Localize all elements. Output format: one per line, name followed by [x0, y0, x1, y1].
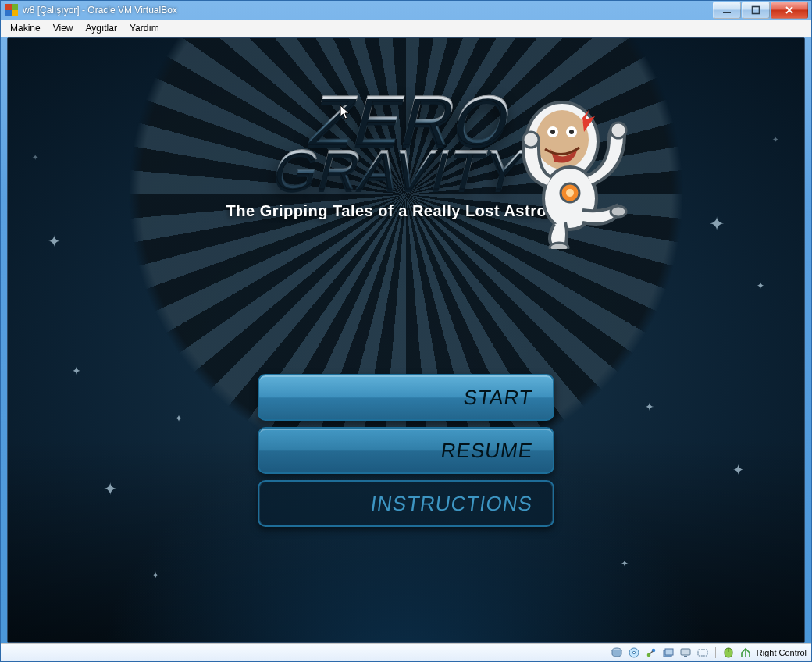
- close-button[interactable]: [771, 2, 808, 19]
- maximize-button[interactable]: [742, 2, 770, 19]
- optical-disk-icon[interactable]: [628, 646, 640, 659]
- display-icon[interactable]: [679, 646, 692, 659]
- hard-disk-icon[interactable]: [611, 646, 623, 659]
- svg-rect-25: [665, 649, 673, 655]
- titlebar[interactable]: w8 [Çalışıyor] - Oracle VM VirtualBox: [1, 1, 811, 20]
- minimize-button[interactable]: [713, 2, 741, 19]
- svg-rect-26: [681, 649, 690, 655]
- svg-rect-1: [12, 4, 18, 10]
- resume-label: RESUME: [440, 439, 535, 463]
- menu-yardim[interactable]: Yardım: [123, 20, 166, 37]
- virtualbox-icon: [5, 4, 18, 16]
- window-controls: [712, 2, 808, 19]
- svg-rect-0: [5, 4, 12, 10]
- start-label: START: [462, 386, 534, 410]
- statusbar: Right Control: [1, 643, 811, 661]
- network-icon[interactable]: [645, 646, 657, 659]
- svg-rect-28: [698, 650, 707, 656]
- host-key-label: Right Control: [757, 648, 807, 657]
- svg-rect-4: [723, 12, 731, 13]
- menubar: Makine View Aygıtlar Yardım: [1, 20, 811, 37]
- game-tagline: The Gripping Tales of a Really Lost Astr…: [187, 202, 625, 220]
- svg-point-21: [632, 651, 635, 653]
- game-menu: START RESUME INSTRUCTIONS: [258, 374, 554, 527]
- resume-button[interactable]: RESUME: [258, 427, 554, 474]
- mouse-integration-icon[interactable]: [722, 646, 735, 659]
- separator: [715, 647, 716, 658]
- host-key-icon[interactable]: [739, 646, 752, 659]
- menu-aygitlar[interactable]: Aygıtlar: [79, 20, 123, 37]
- svg-rect-5: [753, 7, 760, 14]
- game-viewport: ZERO GRAVITY The Gripping Tales of a Rea…: [7, 37, 805, 643]
- vm-window: w8 [Çalışıyor] - Oracle VM VirtualBox Ma…: [0, 0, 812, 662]
- shared-folders-icon[interactable]: [662, 646, 675, 659]
- instructions-button[interactable]: INSTRUCTIONS: [258, 480, 554, 527]
- menu-makine[interactable]: Makine: [4, 20, 47, 37]
- svg-rect-3: [12, 10, 18, 16]
- keyboard-capture-icon[interactable]: [696, 646, 709, 659]
- game-title: ZERO GRAVITY: [269, 93, 542, 191]
- instructions-label: INSTRUCTIONS: [369, 492, 534, 516]
- svg-rect-2: [5, 10, 12, 16]
- start-button[interactable]: START: [258, 374, 554, 421]
- window-title: w8 [Çalışıyor] - Oracle VM VirtualBox: [23, 5, 712, 16]
- game-logo: ZERO GRAVITY The Gripping Tales of a Rea…: [187, 93, 625, 220]
- logo-line2: GRAVITY: [269, 148, 529, 191]
- menu-view[interactable]: View: [47, 20, 80, 37]
- svg-rect-27: [684, 656, 687, 657]
